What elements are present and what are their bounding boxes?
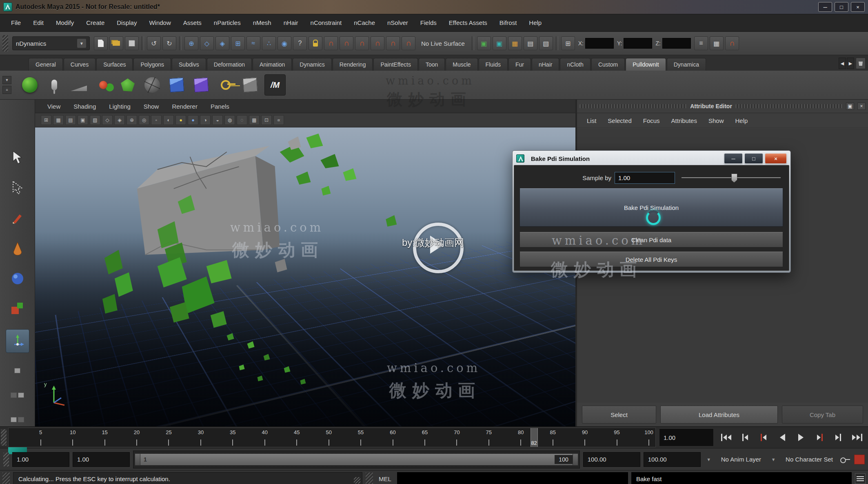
shelf-tab[interactable]: nCloth [560,58,590,71]
gate-mask-icon[interactable]: ▧ [90,115,100,125]
field-chart-icon[interactable]: ◇ [102,115,113,125]
layout-persp-outliner-button[interactable] [9,413,27,426]
viewport-menu-item[interactable]: Lighting [102,103,137,110]
wire-shaded-icon[interactable]: ◐ [163,115,174,125]
timeline-tick-label[interactable]: 5 [39,429,42,435]
step-forward-key-button[interactable] [812,430,828,445]
menu-item[interactable]: Modify [50,14,80,31]
current-time-field[interactable]: 1.00 [659,428,714,446]
all-lights-icon[interactable]: ● [188,115,198,125]
menu-item[interactable]: nCache [348,14,381,31]
range-slider[interactable]: 1 100 [133,451,580,468]
shelf-tab[interactable]: Polygons [133,58,171,71]
timeline-tick-label[interactable]: 95 [614,429,619,435]
xray-icon[interactable]: ▫ [151,115,162,125]
anim-layer-selector[interactable]: No Anim Layer [717,453,765,466]
timeline-tick-label[interactable]: 60 [390,429,395,435]
pdi-fracture-icon[interactable] [118,75,138,95]
shelf-tab[interactable]: Custom [591,58,625,71]
shelf-tab[interactable]: Dynamics [293,58,331,71]
attribute-editor-header[interactable]: Attribute Editor ▣ × [577,100,868,113]
timeline-tick-label[interactable]: 20 [134,429,140,435]
drag-handle[interactable] [735,104,843,108]
lasso-select-tool[interactable] [8,178,27,198]
sphere-tool[interactable] [8,269,27,288]
snap-together-icon[interactable]: ∩ [340,36,353,50]
menu-item[interactable]: Display [111,14,143,31]
resize-grip-icon[interactable] [354,477,360,484]
magnet-icon[interactable]: ∩ [725,36,739,50]
character-set-selector[interactable]: No Character Set [781,453,837,466]
shelf-tab[interactable]: Subdivs [172,58,206,71]
timeline-tick-label[interactable]: 100 [644,429,653,435]
go-to-end-button[interactable] [849,430,865,445]
timeline-tick-label[interactable]: 75 [486,429,492,435]
command-grip[interactable] [366,473,373,484]
timeline-tick-label[interactable]: 90 [582,429,588,435]
shelf-tab[interactable]: Curves [64,58,95,71]
snap-grid-icon[interactable]: ⊞ [231,36,245,50]
slider-handle[interactable] [731,174,737,183]
attribute-editor-menu-item[interactable]: Selected [602,117,637,124]
timeline-tick-label[interactable]: 55 [358,429,364,435]
menu-item[interactable]: Assets [177,14,208,31]
shelf-tab[interactable]: Rendering [333,58,373,71]
close-button[interactable]: × [851,2,865,12]
isolate-icon[interactable]: ◌ [237,115,247,125]
snap-surface-icon[interactable]: ◉ [277,36,291,50]
pdi-cube-blue-icon[interactable] [166,75,187,95]
bake-pdi-simulation-button[interactable]: Bake Pdi Simulation [519,188,783,227]
menu-item[interactable]: nConstraint [304,14,348,31]
command-grip[interactable] [2,473,10,484]
attribute-editor-menu-item[interactable]: Help [729,117,753,124]
construction-history-icon[interactable]: ≡ [694,36,708,50]
plane-icon[interactable]: ⊡ [261,115,272,125]
step-back-key-button[interactable] [755,430,772,445]
playback-end-field[interactable]: 100.00 [583,452,640,467]
aa-icon[interactable]: ◍ [224,115,235,125]
move-tool[interactable] [6,329,29,353]
drag-handle[interactable] [579,104,687,108]
x-input[interactable] [585,38,614,49]
timeline-tick-label[interactable]: 35 [230,429,235,435]
undo-icon[interactable]: ↺ [147,36,161,50]
resolution-gate-icon[interactable]: ▣ [78,115,88,125]
shelf-tab[interactable]: PulldownIt [626,58,666,71]
chevron-down-icon[interactable]: ▼ [768,455,778,464]
lock-icon[interactable] [309,36,322,50]
timeline-tick-label[interactable]: 65 [422,429,428,435]
timeline-tick-label[interactable]: 25 [166,429,171,435]
ipr-render-icon[interactable]: ▣ [493,36,506,50]
pdi-key-icon[interactable] [215,75,236,95]
hypershade-icon[interactable]: ▤ [524,36,537,50]
select-tool[interactable] [8,148,27,167]
maximize-button[interactable]: □ [835,2,848,12]
animation-end-field[interactable]: 100.00 [644,452,701,467]
viewport-menu-item[interactable]: View [41,103,67,110]
menu-item[interactable]: Window [143,14,177,31]
timeline-tick-label[interactable]: 40 [262,429,268,435]
toolbar-separator[interactable] [472,36,474,50]
viewport-menu-item[interactable]: Shading [67,103,102,110]
range-bar[interactable]: 1 100 [140,454,573,465]
dialog-close-button[interactable]: × [765,153,787,164]
snap-icons-group[interactable]: ⊞ [41,115,51,125]
shelf-tab[interactable]: Fluids [479,58,508,71]
menu-item[interactable]: nSolver [381,14,414,31]
snap-project-icon[interactable]: ∩ [371,36,384,50]
ao-icon[interactable]: ◒ [212,115,223,125]
range-grip[interactable] [3,453,9,466]
playback-start-field[interactable]: 1.00 [73,452,130,467]
timeline-grip[interactable] [1,429,7,446]
timeline-tick-label[interactable]: 80 [518,429,524,435]
grid-toggle-icon[interactable]: ▦ [53,115,64,125]
timeline-tick-label[interactable]: 50 [326,429,331,435]
go-to-start-button[interactable] [718,430,735,445]
play-backwards-button[interactable] [774,430,790,445]
pdi-mic-icon[interactable] [44,75,64,95]
attribute-editor-menu-item[interactable]: List [581,117,602,124]
copy-tab-button[interactable]: Copy Tab [782,406,863,424]
select-button[interactable]: Select [582,406,656,424]
shelf-tab[interactable]: Muscle [446,58,477,71]
shelf-scroll-left-icon[interactable]: ◀ [839,58,846,69]
